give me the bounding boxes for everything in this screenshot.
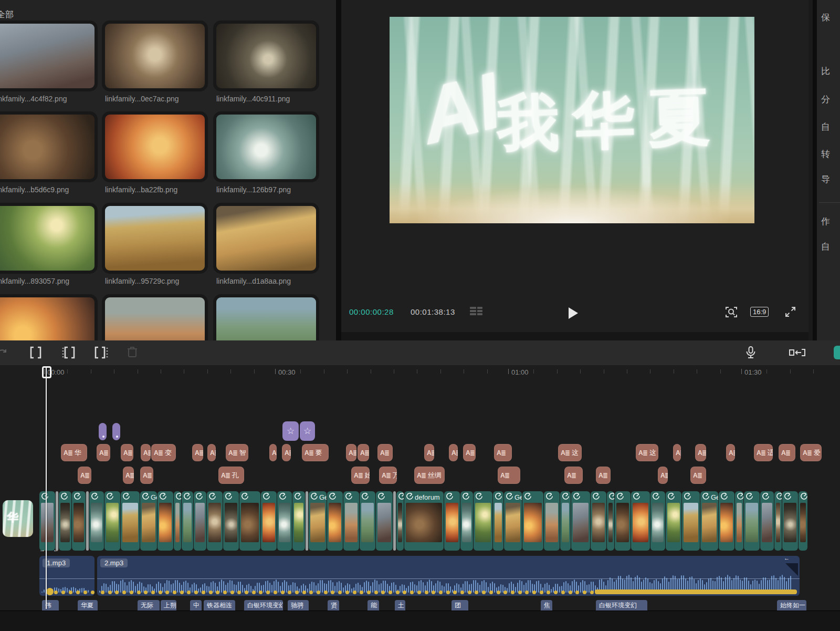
video-clip[interactable] <box>774 491 782 551</box>
beat-marker[interactable] <box>453 591 457 594</box>
media-item[interactable]: linkfamily...ba22fb.png <box>105 115 205 194</box>
video-clip[interactable] <box>239 491 260 551</box>
media-item[interactable] <box>0 297 94 340</box>
preview-zoom-icon[interactable] <box>724 305 738 319</box>
timeline[interactable]: 00:0000:3001:0001:30 ☆☆ A≣华A≣A≣A≣A≣变A≣A≣… <box>0 365 840 631</box>
media-item[interactable]: linkfamily...893057.png <box>0 206 94 285</box>
text-clip[interactable]: A≣ <box>494 444 512 461</box>
beat-marker[interactable] <box>151 591 155 594</box>
sidebar-item[interactable]: 分 <box>821 94 830 106</box>
video-clip[interactable] <box>396 491 404 551</box>
video-clip[interactable] <box>591 491 606 551</box>
video-clip[interactable] <box>292 491 305 551</box>
beat-marker[interactable] <box>367 591 371 594</box>
beat-marker[interactable] <box>137 591 141 594</box>
text-clip[interactable]: A≣ <box>140 467 153 484</box>
beat-marker[interactable] <box>180 591 184 594</box>
fade-handle[interactable] <box>785 563 798 576</box>
video-clip[interactable]: Ge <box>309 491 327 551</box>
beat-marker[interactable] <box>237 591 241 594</box>
beat-marker[interactable] <box>468 591 471 594</box>
media-item[interactable]: linkfamily...d1a8aa.png <box>216 206 316 285</box>
beat-marker[interactable] <box>374 591 378 594</box>
text-clip[interactable]: A≣ <box>498 467 520 484</box>
beat-marker[interactable] <box>115 591 119 594</box>
text-clip[interactable]: A≣ <box>463 444 476 461</box>
beat-marker[interactable] <box>569 591 572 594</box>
media-thumbnail[interactable] <box>216 297 316 340</box>
beat-marker[interactable] <box>575 591 579 594</box>
video-clip[interactable] <box>360 491 375 551</box>
beat-marker[interactable] <box>54 591 58 594</box>
sidebar-item[interactable]: 导 <box>821 173 830 185</box>
sidebar-item[interactable]: 比 <box>821 65 830 77</box>
beat-marker[interactable] <box>281 591 285 594</box>
beat-marker[interactable] <box>475 591 478 594</box>
video-clip[interactable] <box>89 491 104 551</box>
media-thumbnail[interactable] <box>105 24 205 88</box>
playhead-handle[interactable] <box>42 366 51 378</box>
text-clip[interactable]: A≣ <box>123 467 134 484</box>
media-thumbnail[interactable] <box>105 115 205 179</box>
beat-marker[interactable] <box>503 591 507 594</box>
video-clip[interactable]: Ge <box>140 491 157 551</box>
video-clip[interactable] <box>560 491 571 551</box>
video-clip[interactable] <box>86 491 89 551</box>
media-thumbnail[interactable] <box>0 297 94 340</box>
effect-clip[interactable]: ☆ <box>282 421 299 441</box>
video-clip[interactable] <box>615 491 631 551</box>
media-thumbnail[interactable] <box>216 115 316 179</box>
media-item[interactable]: linkfamily...0ec7ac.png <box>105 24 205 103</box>
text-clip[interactable]: A≣ <box>779 444 795 461</box>
text-clip[interactable]: A≣ <box>564 467 583 484</box>
video-clip[interactable] <box>631 491 650 551</box>
text-clip[interactable]: A≣ <box>78 467 91 484</box>
video-clip[interactable] <box>393 491 396 551</box>
text-clip[interactable]: A≣ <box>121 444 133 461</box>
media-thumbnail[interactable] <box>216 24 316 88</box>
video-clip[interactable] <box>544 491 560 551</box>
video-clip[interactable] <box>223 491 239 551</box>
beat-marker[interactable] <box>295 591 299 594</box>
beat-marker[interactable] <box>288 591 291 594</box>
text-clip[interactable]: A≣ <box>449 444 458 461</box>
beat-marker[interactable] <box>108 591 112 594</box>
media-thumbnail[interactable] <box>216 206 316 271</box>
beat-marker[interactable] <box>583 591 586 594</box>
beat-marker[interactable] <box>525 591 529 594</box>
video-clip[interactable] <box>327 491 343 551</box>
beat-marker[interactable] <box>388 591 392 594</box>
text-clip[interactable]: A≣ <box>377 444 393 461</box>
beat-marker[interactable] <box>482 591 486 594</box>
first-clip-thumbnail[interactable]: 华 <box>3 500 33 537</box>
text-clip[interactable]: A≣ <box>658 467 668 484</box>
video-clip[interactable] <box>277 491 292 551</box>
video-clip[interactable] <box>174 491 181 551</box>
text-clip[interactable]: A≣ <box>596 467 611 484</box>
text-clip[interactable]: A≣ <box>141 444 151 461</box>
redo-icon[interactable] <box>0 346 8 359</box>
video-clip[interactable] <box>72 491 86 551</box>
beat-marker[interactable] <box>69 591 72 594</box>
beat-marker[interactable] <box>439 591 443 594</box>
beat-marker[interactable] <box>302 591 306 594</box>
text-clip[interactable]: A≣ <box>192 444 203 461</box>
media-item[interactable]: linkfamily...b5d6c9.png <box>0 115 94 194</box>
beat-marker[interactable] <box>216 591 219 594</box>
snap-icon[interactable] <box>789 347 806 358</box>
fullscreen-icon[interactable] <box>784 305 797 318</box>
playhead-line[interactable] <box>46 366 47 609</box>
text-clip[interactable]: A≣ <box>97 444 110 461</box>
beat-marker[interactable] <box>259 591 262 594</box>
beat-marker[interactable] <box>309 591 313 594</box>
text-clip[interactable]: A≣这 <box>558 444 582 461</box>
media-thumbnail[interactable] <box>105 206 205 271</box>
beat-marker[interactable] <box>345 591 349 594</box>
delete-icon[interactable] <box>126 345 139 359</box>
media-thumbnail[interactable] <box>0 206 94 271</box>
video-clip[interactable] <box>121 491 140 551</box>
beat-marker[interactable] <box>165 591 169 594</box>
beat-marker[interactable] <box>130 591 133 594</box>
text-clip[interactable]: A≣ <box>695 444 706 461</box>
video-clip[interactable] <box>666 491 681 551</box>
